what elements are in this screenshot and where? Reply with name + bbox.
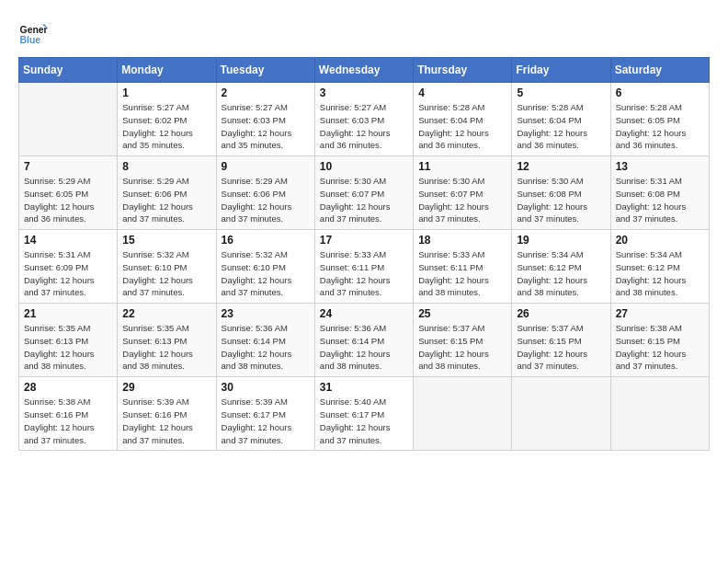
day-info: Sunrise: 5:27 AM Sunset: 6:03 PM Dayligh… bbox=[320, 101, 408, 152]
calendar-cell: 31Sunrise: 5:40 AM Sunset: 6:17 PM Dayli… bbox=[314, 377, 413, 451]
day-info: Sunrise: 5:36 AM Sunset: 6:14 PM Dayligh… bbox=[222, 322, 310, 373]
day-number: 2 bbox=[222, 86, 310, 99]
day-info: Sunrise: 5:27 AM Sunset: 6:03 PM Dayligh… bbox=[222, 101, 310, 152]
calendar-cell bbox=[414, 377, 512, 451]
day-info: Sunrise: 5:34 AM Sunset: 6:12 PM Dayligh… bbox=[616, 248, 704, 299]
weekday-header-friday: Friday bbox=[512, 58, 610, 83]
calendar-cell: 24Sunrise: 5:36 AM Sunset: 6:14 PM Dayli… bbox=[314, 304, 413, 377]
day-info: Sunrise: 5:39 AM Sunset: 6:17 PM Dayligh… bbox=[222, 396, 310, 446]
day-number: 17 bbox=[320, 234, 408, 247]
calendar-cell: 17Sunrise: 5:33 AM Sunset: 6:11 PM Dayli… bbox=[314, 230, 413, 304]
calendar-cell: 25Sunrise: 5:37 AM Sunset: 6:15 PM Dayli… bbox=[414, 304, 512, 377]
day-number: 14 bbox=[24, 234, 112, 247]
weekday-header-wednesday: Wednesday bbox=[314, 58, 413, 83]
logo-icon: General Blue bbox=[18, 18, 48, 48]
day-number: 20 bbox=[616, 234, 704, 247]
calendar-week-4: 21Sunrise: 5:35 AM Sunset: 6:13 PM Dayli… bbox=[19, 304, 710, 377]
day-info: Sunrise: 5:36 AM Sunset: 6:14 PM Dayligh… bbox=[320, 322, 408, 373]
day-info: Sunrise: 5:32 AM Sunset: 6:10 PM Dayligh… bbox=[222, 248, 310, 299]
day-info: Sunrise: 5:29 AM Sunset: 6:06 PM Dayligh… bbox=[122, 175, 210, 225]
calendar-week-1: 1Sunrise: 5:27 AM Sunset: 6:02 PM Daylig… bbox=[19, 83, 710, 156]
calendar-cell: 10Sunrise: 5:30 AM Sunset: 6:07 PM Dayli… bbox=[314, 156, 413, 230]
calendar-cell: 14Sunrise: 5:31 AM Sunset: 6:09 PM Dayli… bbox=[19, 230, 118, 304]
calendar-cell: 4Sunrise: 5:28 AM Sunset: 6:04 PM Daylig… bbox=[414, 83, 512, 156]
day-number: 7 bbox=[24, 160, 112, 173]
day-info: Sunrise: 5:34 AM Sunset: 6:12 PM Dayligh… bbox=[517, 248, 605, 299]
day-number: 30 bbox=[222, 381, 310, 394]
day-info: Sunrise: 5:31 AM Sunset: 6:09 PM Dayligh… bbox=[24, 248, 112, 299]
day-number: 9 bbox=[222, 160, 310, 173]
day-number: 5 bbox=[517, 86, 605, 99]
day-number: 21 bbox=[24, 307, 112, 320]
weekday-header-tuesday: Tuesday bbox=[216, 58, 314, 83]
day-number: 11 bbox=[418, 160, 506, 173]
calendar-cell: 20Sunrise: 5:34 AM Sunset: 6:12 PM Dayli… bbox=[610, 230, 709, 304]
calendar-header: SundayMondayTuesdayWednesdayThursdayFrid… bbox=[19, 58, 710, 83]
day-info: Sunrise: 5:39 AM Sunset: 6:16 PM Dayligh… bbox=[122, 396, 210, 446]
calendar-cell: 13Sunrise: 5:31 AM Sunset: 6:08 PM Dayli… bbox=[610, 156, 709, 230]
calendar-cell: 26Sunrise: 5:37 AM Sunset: 6:15 PM Dayli… bbox=[512, 304, 610, 377]
day-number: 28 bbox=[24, 381, 112, 394]
svg-text:General: General bbox=[20, 25, 48, 35]
calendar-cell: 3Sunrise: 5:27 AM Sunset: 6:03 PM Daylig… bbox=[314, 83, 413, 156]
day-info: Sunrise: 5:40 AM Sunset: 6:17 PM Dayligh… bbox=[320, 396, 408, 446]
day-info: Sunrise: 5:38 AM Sunset: 6:16 PM Dayligh… bbox=[24, 396, 112, 446]
day-number: 22 bbox=[122, 307, 210, 320]
calendar-cell: 5Sunrise: 5:28 AM Sunset: 6:04 PM Daylig… bbox=[512, 83, 610, 156]
calendar-cell: 6Sunrise: 5:28 AM Sunset: 6:05 PM Daylig… bbox=[610, 83, 709, 156]
day-info: Sunrise: 5:29 AM Sunset: 6:06 PM Dayligh… bbox=[222, 175, 310, 225]
day-info: Sunrise: 5:33 AM Sunset: 6:11 PM Dayligh… bbox=[418, 248, 506, 299]
day-info: Sunrise: 5:28 AM Sunset: 6:04 PM Dayligh… bbox=[517, 101, 605, 152]
weekday-header-saturday: Saturday bbox=[610, 58, 709, 83]
day-info: Sunrise: 5:29 AM Sunset: 6:05 PM Dayligh… bbox=[24, 175, 112, 225]
day-number: 26 bbox=[517, 307, 605, 320]
day-number: 6 bbox=[616, 86, 704, 99]
day-number: 10 bbox=[320, 160, 408, 173]
calendar-cell: 9Sunrise: 5:29 AM Sunset: 6:06 PM Daylig… bbox=[216, 156, 314, 230]
calendar-week-5: 28Sunrise: 5:38 AM Sunset: 6:16 PM Dayli… bbox=[19, 377, 710, 451]
svg-text:Blue: Blue bbox=[20, 35, 41, 45]
calendar-cell: 29Sunrise: 5:39 AM Sunset: 6:16 PM Dayli… bbox=[118, 377, 216, 451]
day-info: Sunrise: 5:30 AM Sunset: 6:07 PM Dayligh… bbox=[418, 175, 506, 225]
day-number: 19 bbox=[517, 234, 605, 247]
day-number: 3 bbox=[320, 86, 408, 99]
calendar-cell: 19Sunrise: 5:34 AM Sunset: 6:12 PM Dayli… bbox=[512, 230, 610, 304]
day-number: 16 bbox=[222, 234, 310, 247]
calendar-cell bbox=[19, 83, 118, 156]
day-info: Sunrise: 5:32 AM Sunset: 6:10 PM Dayligh… bbox=[122, 248, 210, 299]
day-number: 25 bbox=[418, 307, 506, 320]
day-info: Sunrise: 5:35 AM Sunset: 6:13 PM Dayligh… bbox=[122, 322, 210, 373]
day-number: 18 bbox=[418, 234, 506, 247]
day-info: Sunrise: 5:38 AM Sunset: 6:15 PM Dayligh… bbox=[616, 322, 704, 373]
calendar-cell: 23Sunrise: 5:36 AM Sunset: 6:14 PM Dayli… bbox=[216, 304, 314, 377]
calendar-cell bbox=[610, 377, 709, 451]
calendar-cell: 18Sunrise: 5:33 AM Sunset: 6:11 PM Dayli… bbox=[414, 230, 512, 304]
day-info: Sunrise: 5:30 AM Sunset: 6:07 PM Dayligh… bbox=[320, 175, 408, 225]
calendar-cell: 8Sunrise: 5:29 AM Sunset: 6:06 PM Daylig… bbox=[118, 156, 216, 230]
day-number: 29 bbox=[122, 381, 210, 394]
day-number: 31 bbox=[320, 381, 408, 394]
day-number: 15 bbox=[122, 234, 210, 247]
day-number: 1 bbox=[122, 86, 210, 99]
day-info: Sunrise: 5:30 AM Sunset: 6:08 PM Dayligh… bbox=[517, 175, 605, 225]
day-number: 12 bbox=[517, 160, 605, 173]
day-number: 24 bbox=[320, 307, 408, 320]
day-number: 27 bbox=[616, 307, 704, 320]
calendar-cell: 2Sunrise: 5:27 AM Sunset: 6:03 PM Daylig… bbox=[216, 83, 314, 156]
calendar-cell bbox=[512, 377, 610, 451]
day-number: 4 bbox=[418, 86, 506, 99]
day-info: Sunrise: 5:37 AM Sunset: 6:15 PM Dayligh… bbox=[517, 322, 605, 373]
page-header: General Blue bbox=[18, 18, 710, 48]
calendar-cell: 12Sunrise: 5:30 AM Sunset: 6:08 PM Dayli… bbox=[512, 156, 610, 230]
day-info: Sunrise: 5:37 AM Sunset: 6:15 PM Dayligh… bbox=[418, 322, 506, 373]
day-info: Sunrise: 5:28 AM Sunset: 6:05 PM Dayligh… bbox=[616, 101, 704, 152]
calendar-cell: 16Sunrise: 5:32 AM Sunset: 6:10 PM Dayli… bbox=[216, 230, 314, 304]
calendar-cell: 7Sunrise: 5:29 AM Sunset: 6:05 PM Daylig… bbox=[19, 156, 118, 230]
calendar-table: SundayMondayTuesdayWednesdayThursdayFrid… bbox=[18, 57, 710, 451]
day-info: Sunrise: 5:35 AM Sunset: 6:13 PM Dayligh… bbox=[24, 322, 112, 373]
weekday-header-sunday: Sunday bbox=[19, 58, 118, 83]
calendar-cell: 11Sunrise: 5:30 AM Sunset: 6:07 PM Dayli… bbox=[414, 156, 512, 230]
day-number: 23 bbox=[222, 307, 310, 320]
logo: General Blue bbox=[18, 18, 48, 48]
calendar-cell: 30Sunrise: 5:39 AM Sunset: 6:17 PM Dayli… bbox=[216, 377, 314, 451]
